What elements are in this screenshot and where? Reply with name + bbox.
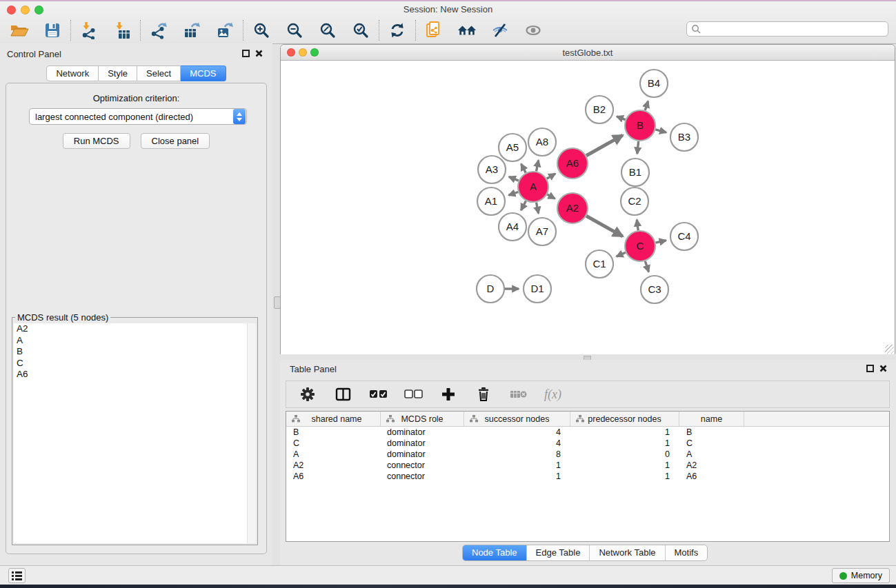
result-item[interactable]: A6 — [14, 369, 256, 381]
graph-node-label: B4 — [648, 77, 660, 89]
table-panel-tabs: Node Table Edge Table Network Table Moti… — [462, 545, 708, 561]
criterion-dropdown[interactable]: largest connected component (directed) — [29, 108, 247, 125]
graph-edge[interactable] — [537, 160, 539, 171]
graph-edge[interactable] — [521, 164, 526, 173]
toolbar-separator — [379, 20, 379, 41]
delete-column-button[interactable] — [474, 385, 493, 404]
graph-edge[interactable] — [509, 176, 519, 181]
tab-edge-table[interactable]: Edge Table — [526, 545, 590, 560]
graph-edge[interactable] — [547, 194, 555, 199]
float-table-panel-icon[interactable] — [866, 365, 874, 372]
graph-edge[interactable] — [586, 135, 623, 156]
network-canvas[interactable]: B4B2BB3A8A5A6A3B1AA1C2A2A4A7C4CC1C3DD1 — [281, 61, 895, 354]
result-item[interactable]: A — [14, 335, 256, 347]
graph-edge[interactable] — [521, 201, 526, 210]
table-row[interactable]: A6 connector 1 1 A6 — [286, 471, 889, 482]
home-button[interactable] — [457, 21, 477, 40]
toolbar-separator — [140, 20, 141, 41]
deselect-all-columns-button[interactable] — [404, 385, 423, 404]
close-table-panel-icon[interactable] — [879, 364, 888, 373]
table-row[interactable]: B dominator 4 1 B — [286, 427, 889, 438]
cell-mcds-role: dominator — [381, 427, 464, 437]
network-window-titlebar[interactable]: testGlobe.txt — [281, 45, 895, 61]
tab-style[interactable]: Style — [99, 65, 137, 81]
zoom-in-button[interactable] — [252, 21, 271, 40]
column-label: successor nodes — [485, 414, 550, 424]
show-graphics-details-button[interactable] — [524, 21, 543, 40]
zoom-selected-button[interactable] — [351, 21, 370, 40]
tab-node-table[interactable]: Node Table — [463, 545, 526, 560]
open-session-button[interactable] — [10, 21, 29, 40]
zoom-selected-icon — [352, 22, 369, 39]
memory-button[interactable]: Memory — [832, 568, 890, 583]
graph-edge[interactable] — [617, 252, 626, 256]
resize-grip-icon[interactable] — [885, 345, 894, 354]
tab-network[interactable]: Network — [46, 65, 99, 81]
graph-edge[interactable] — [637, 220, 638, 230]
graph-edge[interactable] — [645, 261, 648, 272]
column-header-mcds-role[interactable]: MCDS role — [381, 412, 464, 426]
mcds-result-list[interactable]: A2 A B C A6 — [14, 323, 256, 543]
tab-select[interactable]: Select — [137, 65, 181, 81]
export-table-button[interactable] — [182, 21, 201, 40]
select-all-columns-button[interactable] — [368, 385, 388, 404]
close-panel-button[interactable]: Close panel — [141, 133, 210, 149]
close-panel-icon[interactable] — [255, 49, 263, 58]
graph-edge[interactable] — [547, 174, 555, 179]
graph-edge[interactable] — [586, 216, 623, 236]
tab-network-table[interactable]: Network Table — [589, 545, 664, 560]
split-columns-button[interactable] — [333, 385, 352, 404]
result-item[interactable]: C — [14, 358, 256, 369]
refresh-button[interactable] — [388, 21, 407, 40]
table-row[interactable]: A2 connector 1 1 A2 — [286, 460, 889, 471]
cell-successor-nodes: 1 — [464, 472, 570, 481]
graph-edge[interactable] — [655, 130, 666, 132]
search-icon — [691, 24, 701, 34]
toolbar-separator — [70, 20, 71, 41]
function-builder-icon[interactable]: f(x) — [544, 387, 561, 402]
graph-node-label: B3 — [678, 131, 690, 143]
cell-successor-nodes: 1 — [464, 460, 570, 470]
graph-node-label: A3 — [486, 163, 498, 175]
save-session-button[interactable] — [43, 21, 62, 40]
column-header-shared-name[interactable]: shared name — [286, 412, 381, 426]
console-button[interactable] — [8, 568, 26, 583]
eye-slash-icon — [491, 22, 509, 39]
import-network-button[interactable] — [79, 21, 99, 40]
graph-edge[interactable] — [509, 192, 519, 195]
export-network-button[interactable] — [149, 21, 168, 40]
float-panel-icon[interactable] — [242, 50, 250, 57]
control-panel-tabs: Network Style Select MCDS — [0, 65, 272, 81]
result-scrollbar[interactable] — [247, 323, 256, 543]
graph-edge[interactable] — [655, 241, 666, 243]
cell-mcds-role: dominator — [381, 438, 464, 448]
search-box[interactable] — [686, 21, 888, 37]
zoom-out-button[interactable] — [285, 21, 304, 40]
result-item[interactable]: B — [14, 346, 256, 358]
graph-edge[interactable] — [617, 116, 625, 120]
hide-graphics-details-button[interactable] — [490, 21, 510, 40]
zoom-fit-button[interactable] — [318, 21, 337, 40]
delete-table-button[interactable] — [509, 385, 528, 404]
table-row[interactable]: C dominator 4 1 C — [286, 438, 889, 449]
graph-edge[interactable] — [537, 203, 539, 214]
column-header-successor-nodes[interactable]: successor nodes — [464, 412, 570, 426]
table-row[interactable]: A dominator 8 0 A — [286, 449, 889, 460]
cell-predecessor-nodes: 1 — [570, 472, 679, 481]
search-input[interactable] — [704, 23, 888, 35]
add-column-button[interactable] — [439, 385, 458, 404]
graph-node-label: A6 — [566, 157, 579, 169]
run-mcds-button[interactable]: Run MCDS — [63, 133, 130, 149]
tab-motifs[interactable]: Motifs — [665, 545, 708, 560]
table-settings-button[interactable] — [298, 385, 317, 404]
graph-edge[interactable] — [645, 101, 648, 110]
tab-mcds[interactable]: MCDS — [181, 65, 226, 81]
export-image-button[interactable] — [215, 21, 235, 40]
column-header-name[interactable]: name — [679, 412, 744, 426]
graph-edge[interactable] — [637, 141, 639, 154]
column-header-predecessor-nodes[interactable]: predecessor nodes — [570, 412, 679, 426]
new-network-from-document-button[interactable] — [424, 21, 444, 40]
import-table-button[interactable] — [112, 21, 132, 40]
dropdown-stepper-icon — [233, 109, 246, 124]
result-item[interactable]: A2 — [14, 323, 256, 335]
